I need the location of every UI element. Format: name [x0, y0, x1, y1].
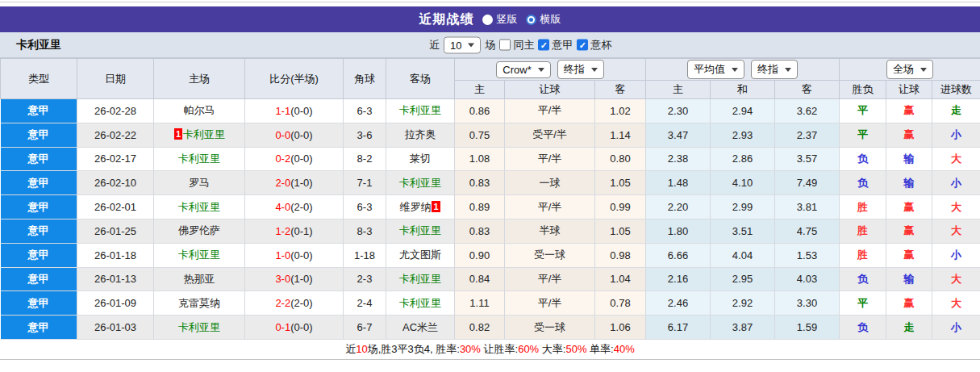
date-cell: 26-01-13 — [77, 267, 154, 291]
away-team-cell[interactable]: 卡利亚里 — [386, 171, 455, 195]
serie-a-filter[interactable]: ✓ 意甲 — [538, 38, 573, 52]
away-team-cell[interactable]: 拉齐奥 — [386, 123, 455, 147]
home-team-cell[interactable]: 1卡利亚里 — [154, 123, 245, 147]
home-team-cell[interactable]: 卡利亚里 — [154, 316, 245, 340]
away-team-name[interactable]: 维罗纳 — [399, 201, 431, 213]
home-team-name[interactable]: 卡利亚里 — [178, 321, 220, 333]
away-team-cell[interactable]: 莱切 — [386, 147, 455, 171]
league-cell[interactable]: 意甲 — [1, 123, 77, 147]
table-row: 意甲 26-02-28 帕尔马 1-1(0-0) 6-3 卡利亚里 0.86 平… — [1, 99, 980, 123]
fulltime-score: 4-0 — [275, 201, 290, 213]
layout-radio-horizontal[interactable]: 横版 — [526, 12, 561, 27]
average-select-group: 平均值 终指 — [646, 59, 840, 81]
avg-away-cell: 3.81 — [775, 195, 840, 219]
league-cell[interactable]: 意甲 — [1, 243, 77, 267]
away-team-cell[interactable]: 卡利亚里 — [386, 219, 455, 243]
handicap-result-cell: 赢 — [886, 291, 932, 316]
home-team-name[interactable]: 罗马 — [189, 177, 210, 189]
chevron-down-icon — [468, 43, 474, 47]
league-cell[interactable]: 意甲 — [1, 195, 77, 219]
home-team-name[interactable]: 卡利亚里 — [178, 153, 220, 165]
result-cell: 平 — [840, 99, 886, 123]
away-team-name[interactable]: 卡利亚里 — [399, 273, 441, 285]
away-team-name[interactable]: 尤文图斯 — [399, 249, 441, 261]
league-cell[interactable]: 意甲 — [1, 316, 77, 340]
league-cell[interactable]: 意甲 — [1, 99, 77, 123]
avg-home-cell: 2.16 — [646, 267, 711, 291]
fulltime-score: 1-2 — [275, 225, 290, 237]
odds-handicap-cell: 平/半 — [505, 291, 595, 316]
corner-cell: 2-4 — [344, 291, 386, 316]
league-cell[interactable]: 意甲 — [1, 219, 77, 243]
home-team-name[interactable]: 卡利亚里 — [183, 128, 225, 140]
corner-cell: 6-3 — [344, 99, 386, 123]
away-team-cell[interactable]: AC米兰 — [386, 316, 455, 340]
home-team-cell[interactable]: 罗马 — [154, 171, 245, 195]
avg-draw-cell: 2.93 — [711, 123, 775, 147]
home-team-cell[interactable]: 卡利亚里 — [154, 147, 245, 171]
home-team-cell[interactable]: 佛罗伦萨 — [154, 219, 245, 243]
handicap-result-cell: 输 — [886, 147, 932, 171]
home-team-cell[interactable]: 克雷莫纳 — [154, 291, 245, 316]
odds-home-cell: 1.11 — [455, 291, 505, 316]
away-team-name[interactable]: AC米兰 — [402, 321, 438, 333]
bookmaker-select[interactable]: Crow* — [496, 61, 550, 78]
average-index-select[interactable]: 终指 — [751, 60, 798, 79]
away-team-cell[interactable]: 维罗纳1 — [386, 195, 455, 219]
col-header-home: 主场 — [154, 59, 245, 99]
avg-away-cell: 3.57 — [775, 147, 840, 171]
checkbox-icon[interactable]: ✓ — [499, 40, 511, 51]
away-rank-badge: 1 — [432, 201, 440, 212]
away-team-name[interactable]: 卡利亚里 — [399, 224, 441, 236]
chevron-down-icon — [591, 68, 598, 72]
home-team-cell[interactable]: 卡利亚里 — [154, 195, 245, 219]
table-body: 意甲 26-02-28 帕尔马 1-1(0-0) 6-3 卡利亚里 0.86 平… — [1, 99, 980, 340]
scope-select[interactable]: 全场 — [886, 60, 933, 79]
league-cell[interactable]: 意甲 — [1, 291, 77, 316]
away-team-name[interactable]: 卡利亚里 — [399, 297, 441, 309]
col-header-score: 比分(半场) — [245, 59, 344, 99]
sub-col-odds-handicap: 让球 — [505, 81, 595, 99]
date-cell: 26-02-28 — [77, 99, 154, 123]
away-team-name[interactable]: 莱切 — [410, 153, 431, 165]
corner-cell: 1-18 — [344, 243, 386, 267]
away-team-name[interactable]: 卡利亚里 — [399, 177, 441, 189]
league-cell[interactable]: 意甲 — [1, 147, 77, 171]
away-team-cell[interactable]: 卡利亚里 — [386, 99, 455, 123]
average-select[interactable]: 平均值 — [687, 60, 744, 79]
league-cell[interactable]: 意甲 — [1, 171, 77, 195]
halftime-score: (2-0) — [290, 201, 312, 213]
odds-handicap-cell: 平/半 — [505, 195, 595, 219]
checkbox-icon[interactable]: ✓ — [538, 40, 549, 51]
same-home-filter[interactable]: ✓ 同主 — [499, 38, 534, 52]
home-team-name[interactable]: 卡利亚里 — [178, 201, 220, 213]
italy-cup-filter[interactable]: ✓ 意杯 — [577, 38, 611, 52]
away-team-name[interactable]: 卡利亚里 — [399, 104, 441, 116]
checkbox-icon[interactable]: ✓ — [577, 40, 588, 51]
home-team-cell[interactable]: 热那亚 — [154, 267, 245, 291]
home-team-cell[interactable]: 帕尔马 — [154, 99, 245, 123]
goals-result-cell: 小 — [932, 123, 980, 147]
away-team-cell[interactable]: 尤文图斯 — [386, 243, 455, 267]
corner-cell: 6-3 — [344, 195, 386, 219]
home-team-name[interactable]: 克雷莫纳 — [178, 297, 220, 309]
bookmaker-index-select[interactable]: 终指 — [557, 60, 604, 79]
away-team-cell[interactable]: 卡利亚里 — [386, 291, 455, 316]
league-cell[interactable]: 意甲 — [1, 267, 77, 291]
away-team-name[interactable]: 拉齐奥 — [405, 128, 436, 140]
handicap-result-cell: 输 — [886, 267, 932, 291]
home-team-name[interactable]: 卡利亚里 — [178, 249, 220, 261]
home-team-cell[interactable]: 卡利亚里 — [154, 243, 245, 267]
home-team-name[interactable]: 佛罗伦萨 — [178, 224, 220, 236]
layout-radio-vertical[interactable]: 竖版 — [482, 12, 518, 27]
away-team-cell[interactable]: 卡利亚里 — [386, 267, 455, 291]
col-header-corner: 角球 — [344, 59, 386, 99]
home-team-name[interactable]: 帕尔马 — [184, 104, 215, 116]
odds-handicap-cell: 受一球 — [505, 316, 595, 340]
games-count-select[interactable]: 10 — [444, 36, 481, 53]
radio-icon[interactable] — [482, 15, 493, 25]
handicap-result-cell: 赢 — [886, 219, 932, 243]
radio-icon[interactable] — [526, 15, 536, 25]
summary-text: 近10场,胜3平3负4, 胜率:30% 让胜率:60% 大率:50% 单率:40… — [0, 340, 980, 359]
home-team-name[interactable]: 热那亚 — [184, 273, 215, 285]
